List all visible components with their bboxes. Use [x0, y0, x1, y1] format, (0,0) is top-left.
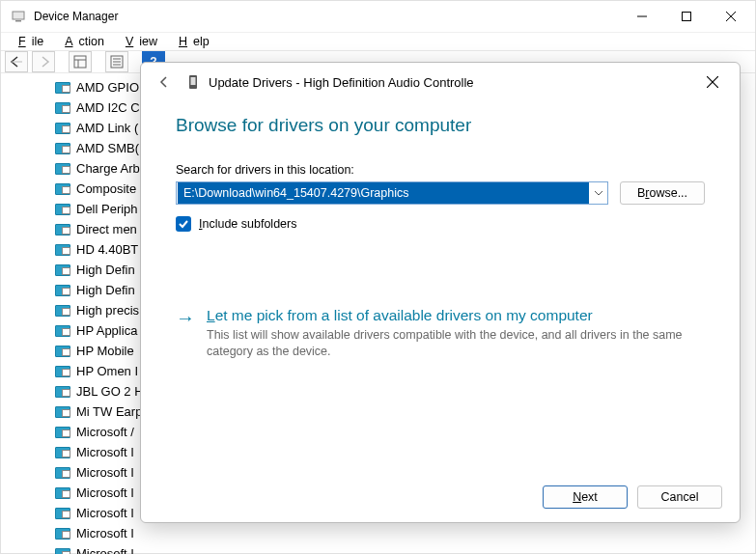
content-pane: AMD GPIOAMD I2C CAMD Link (AMD SMB(Charg…: [1, 73, 755, 554]
tree-item-label: HP Omen I: [76, 361, 138, 381]
tree-item-label: HP Applica: [76, 320, 137, 341]
device-item-icon: [55, 325, 70, 337]
search-label: Search for drivers in this location:: [176, 163, 705, 177]
dialog-heading: Browse for drivers on your computer: [176, 115, 705, 136]
back-button[interactable]: [5, 51, 28, 72]
device-item-icon: [55, 264, 70, 276]
tree-item-label: High Defin: [76, 280, 135, 300]
device-item-icon: [55, 386, 70, 398]
svg-rect-3: [683, 13, 691, 21]
close-button[interactable]: [709, 1, 753, 32]
menu-file[interactable]: File: [7, 33, 49, 50]
device-icon: [185, 74, 201, 90]
tree-item-label: Microsoft I: [76, 543, 134, 554]
tree-item-label: Dell Periph: [76, 199, 138, 219]
tree-item-label: Microsoft I: [76, 503, 134, 523]
pick-description: This list will show available drivers co…: [207, 327, 689, 360]
next-button[interactable]: Next: [543, 485, 628, 509]
tree-item-label: AMD Link (: [76, 118, 138, 138]
tree-item-label: Microsoft /: [76, 422, 134, 442]
cancel-button[interactable]: Cancel: [637, 485, 722, 509]
menubar: File Action View Help: [1, 33, 755, 50]
tree-item-label: Microsoft I: [76, 442, 134, 462]
device-item-icon: [55, 143, 70, 154]
pick-from-list-option[interactable]: → Let me pick from a list of available d…: [176, 307, 705, 360]
tree-item[interactable]: Microsoft I: [55, 543, 755, 554]
device-item-icon: [55, 285, 70, 296]
tree-item-label: High Defin: [76, 260, 135, 280]
tree-item-label: Microsoft I: [76, 483, 134, 503]
device-item-icon: [55, 427, 70, 438]
device-manager-window: Device Manager File Action View Help ? A…: [0, 0, 756, 554]
menu-view[interactable]: View: [114, 33, 163, 50]
device-item-icon: [55, 204, 70, 215]
forward-button[interactable]: [32, 51, 55, 72]
tree-item-label: Microsoft I: [76, 462, 134, 483]
tree-item-label: Microsoft I: [76, 523, 134, 543]
dialog-title: Update Drivers - High Definition Audio C…: [209, 75, 474, 90]
device-item-icon: [55, 183, 70, 195]
window-title: Device Manager: [34, 10, 118, 23]
device-item-icon: [55, 82, 70, 94]
tree-item-label: Composite: [76, 179, 136, 199]
chevron-down-icon[interactable]: [590, 182, 607, 204]
path-value[interactable]: E:\Download\win64_15407.4279\Graphics: [178, 182, 589, 204]
device-item-icon: [55, 467, 70, 479]
dialog-titlebar: Update Drivers - High Definition Audio C…: [141, 63, 740, 101]
tree-item-label: AMD I2C C: [76, 97, 140, 118]
tree-item-label: JBL GO 2 H: [76, 381, 144, 402]
device-item-icon: [55, 487, 70, 499]
device-item-icon: [55, 244, 70, 256]
menu-help[interactable]: Help: [167, 33, 215, 50]
toolbar-icon-2[interactable]: [105, 51, 128, 72]
dialog-footer: Next Cancel: [141, 472, 740, 522]
device-item-icon: [55, 406, 70, 418]
tree-item-label: AMD SMB(: [76, 138, 139, 158]
svg-rect-1: [15, 20, 21, 22]
device-item-icon: [55, 447, 70, 458]
include-subfolders-checkbox[interactable]: [176, 216, 191, 232]
pick-link-text: Let me pick from a list of available dri…: [207, 307, 689, 324]
device-item-icon: [55, 224, 70, 235]
svg-rect-15: [191, 77, 196, 85]
minimize-button[interactable]: [620, 1, 664, 32]
tree-item-label: Charge Arb: [76, 158, 140, 179]
dialog-back-button[interactable]: [151, 69, 178, 96]
device-item-icon: [55, 123, 70, 134]
device-item-icon: [55, 366, 70, 377]
tree-item-label: AMD GPIO: [76, 77, 139, 97]
tree-item-label: HD 4.40BT: [76, 239, 138, 260]
dialog-close-button[interactable]: [695, 69, 730, 96]
svg-rect-7: [74, 56, 86, 68]
device-item-icon: [55, 305, 70, 317]
device-item-icon: [55, 548, 70, 555]
path-combobox[interactable]: E:\Download\win64_15407.4279\Graphics: [176, 181, 608, 205]
device-item-icon: [55, 163, 70, 175]
toolbar-icon-1[interactable]: [69, 51, 92, 72]
tree-item-label: High precis: [76, 300, 139, 320]
tree-item[interactable]: Microsoft I: [55, 523, 755, 543]
tree-item-label: Mi TW Earp: [76, 402, 142, 422]
device-manager-icon: [11, 9, 26, 24]
device-item-icon: [55, 528, 70, 540]
browse-button[interactable]: Browse...: [620, 181, 705, 205]
titlebar: Device Manager: [1, 1, 755, 33]
device-item-icon: [55, 346, 70, 357]
tree-item-label: Direct men: [76, 219, 137, 239]
device-item-icon: [55, 508, 70, 519]
menu-action[interactable]: Action: [53, 33, 110, 50]
svg-rect-0: [13, 12, 24, 19]
include-subfolders-label: Include subfolders: [199, 217, 296, 231]
device-item-icon: [55, 102, 70, 114]
tree-item-label: HP Mobile: [76, 341, 134, 361]
arrow-right-icon: →: [176, 307, 195, 360]
update-drivers-dialog: Update Drivers - High Definition Audio C…: [140, 62, 741, 523]
maximize-button[interactable]: [664, 1, 709, 32]
